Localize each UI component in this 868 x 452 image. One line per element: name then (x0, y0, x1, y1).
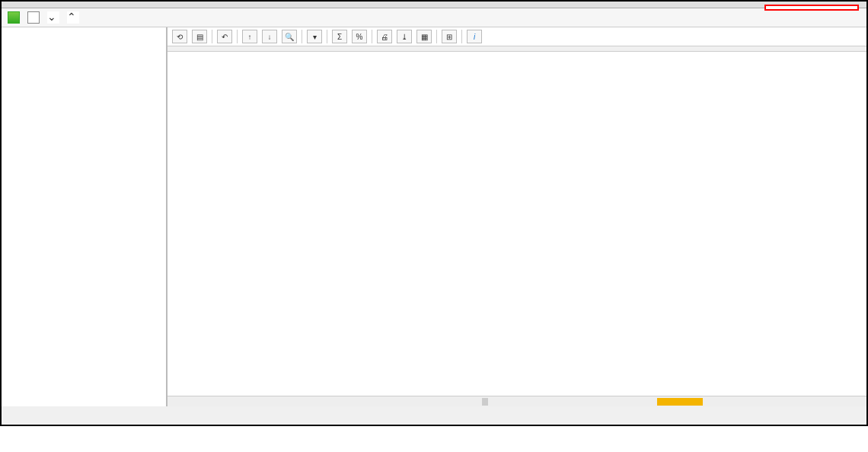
details-icon[interactable]: ▤ (192, 30, 207, 43)
back-icon[interactable]: ↶ (217, 30, 232, 43)
find-icon[interactable]: 🔍 (282, 30, 297, 43)
panel-title (168, 46, 866, 52)
app-frame: ⌄ ⌃ ⟲ ▤ ↶ ↑ ↓ 🔍 ▾ Σ % 🖨 ⤓ (0, 0, 868, 426)
alv-toolbar: ⟲ ▤ ↶ ↑ ↓ 🔍 ▾ Σ % 🖨 ⤓ ▦ ⊞ i (168, 27, 866, 46)
figure-caption (0, 426, 868, 435)
alv-grid-container[interactable] (168, 52, 866, 396)
export-icon[interactable]: ⤓ (397, 30, 412, 43)
sum-icon[interactable]: Σ (332, 30, 347, 43)
print-icon[interactable]: 🖨 (377, 30, 392, 43)
title-bar (2, 2, 866, 8)
layout-icon-alv[interactable]: ⊞ (442, 30, 457, 43)
refresh-icon[interactable]: ⟲ (172, 30, 187, 43)
excel-icon[interactable]: ▦ (416, 30, 432, 43)
main-area: ⟲ ▤ ↶ ↑ ↓ 🔍 ▾ Σ % 🖨 ⤓ ▦ ⊞ i (2, 27, 866, 406)
horizontal-scrollbar[interactable] (168, 396, 866, 406)
info-icon[interactable]: i (467, 30, 482, 43)
layout-icon[interactable] (27, 11, 40, 24)
sort-asc-icon[interactable]: ↑ (242, 30, 257, 43)
collapse-up-icon[interactable]: ⌃ (67, 11, 79, 24)
content-pane: ⟲ ▤ ↶ ↑ ↓ 🔍 ▾ Σ % 🖨 ⤓ ▦ ⊞ i (168, 27, 866, 406)
sort-desc-icon[interactable]: ↓ (262, 30, 277, 43)
user-icon[interactable] (8, 11, 20, 24)
filter-icon[interactable]: ▾ (307, 30, 322, 43)
subtotal-icon[interactable]: % (352, 30, 367, 43)
app-toolbar: ⌄ ⌃ (2, 8, 866, 27)
navigation-tree[interactable] (2, 27, 168, 406)
lab-preview-badge (764, 5, 859, 11)
expand-down-icon[interactable]: ⌄ (47, 11, 59, 24)
